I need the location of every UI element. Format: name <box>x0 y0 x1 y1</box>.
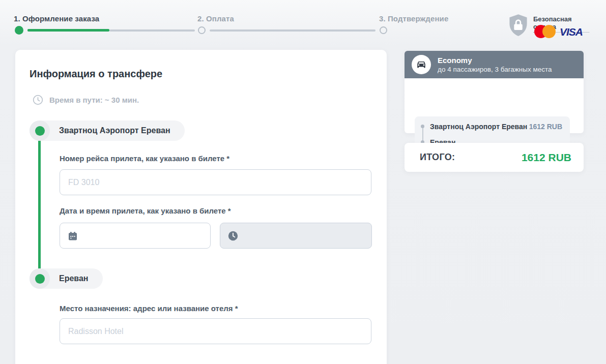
route-connector-line <box>38 131 41 279</box>
travel-time-text: Время в пути: ~ 30 мин. <box>49 96 139 104</box>
secure-payment-block: Безопасная оплата VISA <box>508 14 589 39</box>
transfer-info-card: Информация о трансфере Время в пути: ~ 3… <box>15 50 387 364</box>
origin-dot-circle <box>30 120 50 141</box>
route-price: 1612 RUB <box>529 123 562 131</box>
total-value: 1612 RUB <box>522 151 571 164</box>
route-origin-name: Звартноц Аэропорт Ереван <box>430 123 527 131</box>
step-2-label: 2. Оплата <box>197 14 234 23</box>
destination-input[interactable] <box>60 318 371 344</box>
step-2-indicator <box>198 26 206 34</box>
visa-logo: VISA <box>560 26 583 38</box>
step-3-label: 3. Подтверждение <box>379 14 448 23</box>
vehicle-class-info: до 4 пассажиров, 3 багажных места <box>438 66 552 73</box>
progress-bar-segment-1 <box>109 29 195 32</box>
route-origin-dot <box>421 125 424 128</box>
destination-dot-circle <box>30 268 50 289</box>
progress-bar-segment-2 <box>210 29 376 32</box>
progress-bar-filled <box>27 29 109 32</box>
origin-dot <box>35 126 45 136</box>
mastercard-icon <box>534 25 556 40</box>
flight-number-input[interactable] <box>60 169 371 195</box>
origin-chip-label: Звартноц Аэропорт Ереван <box>59 126 170 135</box>
car-icon <box>412 55 431 74</box>
total-label: ИТОГО: <box>420 152 455 163</box>
destination-chip-label: Ереван <box>59 274 89 283</box>
step-1-label: 1. Оформление заказа <box>14 14 99 23</box>
flight-number-label: Номер рейса прилета, как указано в билет… <box>60 154 229 163</box>
page-title: Информация о трансфере <box>30 68 162 80</box>
clock-filled-icon <box>227 230 239 241</box>
date-field[interactable] <box>60 223 211 249</box>
destination-label: Место назначения: адрес или название оте… <box>60 304 238 313</box>
destination-field-wrap <box>60 318 371 344</box>
vehicle-class-name: Economy <box>438 56 552 65</box>
total-card: ИТОГО: 1612 RUB <box>405 143 584 172</box>
shield-lock-icon <box>508 14 529 39</box>
time-field[interactable] <box>220 223 372 249</box>
destination-dot <box>35 274 45 284</box>
step-3-indicator <box>380 26 387 34</box>
calendar-icon <box>67 230 78 241</box>
vehicle-class-header: Economy до 4 пассажиров, 3 багажных мест… <box>405 51 584 78</box>
route-summary-connector <box>422 128 423 141</box>
destination-chip: Ереван <box>30 268 103 289</box>
order-summary-card: Economy до 4 пассажиров, 3 багажных мест… <box>405 51 584 133</box>
datetime-label: Дата и время прилета, как указано в биле… <box>60 206 231 215</box>
origin-chip: Звартноц Аэропорт Ереван <box>30 120 185 141</box>
clock-outline-icon <box>33 95 43 105</box>
flight-number-field-wrap <box>60 169 371 195</box>
time-input[interactable] <box>244 231 364 240</box>
date-input[interactable] <box>83 231 203 240</box>
step-1-indicator <box>15 26 23 35</box>
travel-time-row: Время в пути: ~ 30 мин. <box>33 95 139 105</box>
